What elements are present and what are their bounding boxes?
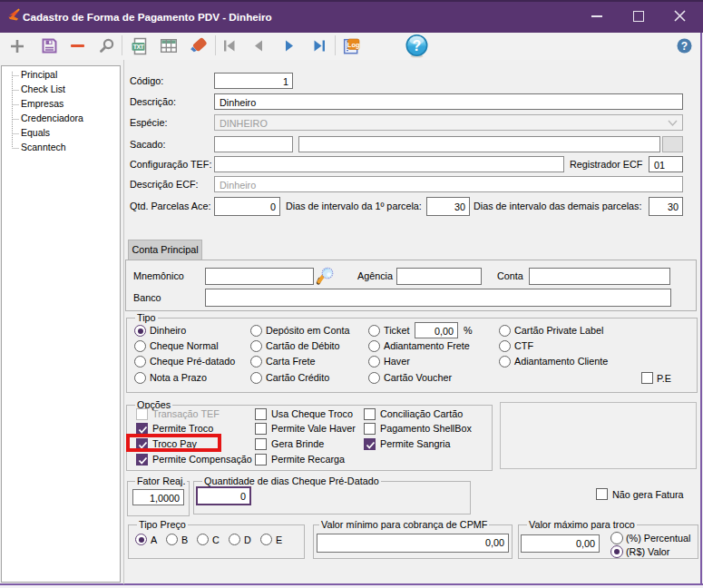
svg-text:Log: Log xyxy=(347,41,360,49)
svg-text:?: ? xyxy=(413,38,422,54)
svg-text:TXT: TXT xyxy=(133,44,145,50)
svg-text:?: ? xyxy=(681,40,688,53)
